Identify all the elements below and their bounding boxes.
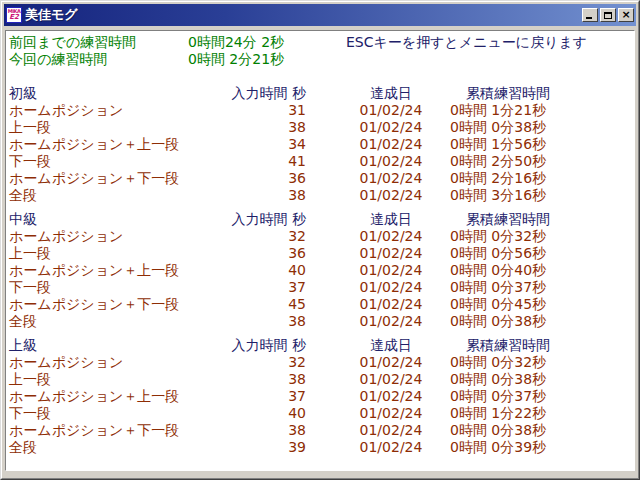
input-seconds-value: 37 bbox=[221, 279, 306, 295]
lesson-label: 全段 bbox=[9, 439, 37, 457]
app-window: MIKA E2 美佳モグ × 前回までの練習時間 0時間24分 2秒 ESCキー… bbox=[0, 0, 640, 480]
lesson-label: ホームポジション＋上一段 bbox=[9, 262, 179, 280]
maximize-button[interactable] bbox=[600, 8, 616, 22]
achieved-date-value: 01/02/24 bbox=[355, 153, 427, 169]
input-seconds-value: 32 bbox=[221, 354, 306, 370]
table-row: 上一段3601/02/240時間 0分56秒 bbox=[6, 245, 634, 262]
achieved-date-value: 01/02/24 bbox=[355, 245, 427, 261]
section-header-row: 上級入力時間 秒達成日累積練習時間 bbox=[6, 337, 634, 354]
skill-section: 上級入力時間 秒達成日累積練習時間ホームポジション3201/02/240時間 0… bbox=[6, 337, 634, 456]
input-seconds-value: 41 bbox=[221, 153, 306, 169]
input-seconds-value: 40 bbox=[221, 405, 306, 421]
input-seconds-value: 36 bbox=[221, 170, 306, 186]
lesson-label: ホームポジション bbox=[9, 102, 123, 120]
col-header-input-time: 入力時間 秒 bbox=[221, 337, 306, 355]
section-header-row: 中級入力時間 秒達成日累積練習時間 bbox=[6, 211, 634, 228]
table-row: 下一段4101/02/240時間 2分50秒 bbox=[6, 153, 634, 170]
achieved-date-value: 01/02/24 bbox=[355, 296, 427, 312]
lesson-label: 上一段 bbox=[9, 371, 51, 389]
title-bar[interactable]: MIKA E2 美佳モグ × bbox=[4, 4, 636, 26]
input-seconds-value: 32 bbox=[221, 228, 306, 244]
close-button[interactable]: × bbox=[618, 8, 634, 22]
lesson-label: 上一段 bbox=[9, 119, 51, 137]
col-header-cumulative: 累積練習時間 bbox=[466, 211, 550, 229]
input-seconds-value: 31 bbox=[221, 102, 306, 118]
table-row: ホームポジション3201/02/240時間 0分32秒 bbox=[6, 354, 634, 371]
summary-previous-line: 前回までの練習時間 0時間24分 2秒 ESCキーを押すとメニューに戻ります bbox=[6, 34, 634, 51]
achieved-date-value: 01/02/24 bbox=[355, 354, 427, 370]
skill-section: 初級入力時間 秒達成日累積練習時間ホームポジション3101/02/240時間 1… bbox=[6, 85, 634, 204]
table-row: ホームポジション＋上一段4001/02/240時間 0分40秒 bbox=[6, 262, 634, 279]
esc-hint: ESCキーを押すとメニューに戻ります bbox=[346, 34, 587, 52]
section-header-row: 初級入力時間 秒達成日累積練習時間 bbox=[6, 85, 634, 102]
summary-current-line: 今回の練習時間 0時間 2分21秒 bbox=[6, 51, 634, 68]
input-seconds-value: 38 bbox=[221, 422, 306, 438]
table-row: ホームポジション＋上一段3701/02/240時間 0分37秒 bbox=[6, 388, 634, 405]
cumulative-time-value: 0時間 0分32秒 bbox=[450, 354, 546, 372]
achieved-date-value: 01/02/24 bbox=[355, 170, 427, 186]
input-seconds-value: 38 bbox=[221, 371, 306, 387]
close-icon: × bbox=[621, 10, 630, 20]
cumulative-time-value: 0時間 1分21秒 bbox=[450, 102, 546, 120]
lesson-label: ホームポジション bbox=[9, 228, 123, 246]
achieved-date-value: 01/02/24 bbox=[355, 228, 427, 244]
achieved-date-value: 01/02/24 bbox=[355, 422, 427, 438]
cumulative-time-value: 0時間 1分56秒 bbox=[450, 136, 546, 154]
current-practice-label: 今回の練習時間 bbox=[9, 51, 107, 69]
cumulative-time-value: 0時間 0分45秒 bbox=[450, 296, 546, 314]
input-seconds-value: 37 bbox=[221, 388, 306, 404]
achieved-date-value: 01/02/24 bbox=[355, 119, 427, 135]
section-level-label: 中級 bbox=[9, 211, 37, 229]
report-table: 初級入力時間 秒達成日累積練習時間ホームポジション3101/02/240時間 1… bbox=[6, 85, 634, 456]
current-practice-value: 0時間 2分21秒 bbox=[188, 51, 284, 69]
achieved-date-value: 01/02/24 bbox=[355, 313, 427, 329]
section-level-label: 初級 bbox=[9, 85, 37, 103]
lesson-label: 全段 bbox=[9, 313, 37, 331]
achieved-date-value: 01/02/24 bbox=[355, 102, 427, 118]
cumulative-time-value: 0時間 2分50秒 bbox=[450, 153, 546, 171]
cumulative-time-value: 0時間 2分16秒 bbox=[450, 170, 546, 188]
col-header-cumulative: 累積練習時間 bbox=[466, 85, 550, 103]
table-row: 全段3801/02/240時間 0分38秒 bbox=[6, 313, 634, 330]
achieved-date-value: 01/02/24 bbox=[355, 405, 427, 421]
cumulative-time-value: 0時間 0分38秒 bbox=[450, 119, 546, 137]
table-row: ホームポジション＋下一段4501/02/240時間 0分45秒 bbox=[6, 296, 634, 313]
table-row: 全段3801/02/240時間 3分16秒 bbox=[6, 187, 634, 204]
achieved-date-value: 01/02/24 bbox=[355, 187, 427, 203]
achieved-date-value: 01/02/24 bbox=[355, 439, 427, 455]
input-seconds-value: 45 bbox=[221, 296, 306, 312]
table-row: 上一段3801/02/240時間 0分38秒 bbox=[6, 119, 634, 136]
achieved-date-value: 01/02/24 bbox=[355, 262, 427, 278]
cumulative-time-value: 0時間 1分22秒 bbox=[450, 405, 546, 423]
table-row: 全段3901/02/240時間 0分39秒 bbox=[6, 439, 634, 456]
achieved-date-value: 01/02/24 bbox=[355, 371, 427, 387]
table-row: 上一段3801/02/240時間 0分38秒 bbox=[6, 371, 634, 388]
input-seconds-value: 38 bbox=[221, 119, 306, 135]
input-seconds-value: 39 bbox=[221, 439, 306, 455]
lesson-label: ホームポジション＋上一段 bbox=[9, 388, 179, 406]
cumulative-time-value: 0時間 0分37秒 bbox=[450, 388, 546, 406]
lesson-label: ホームポジション＋下一段 bbox=[9, 170, 179, 188]
cumulative-time-value: 0時間 0分38秒 bbox=[450, 371, 546, 389]
lesson-label: 下一段 bbox=[9, 279, 51, 297]
table-row: ホームポジション＋下一段3801/02/240時間 0分38秒 bbox=[6, 422, 634, 439]
cumulative-time-value: 0時間 0分39秒 bbox=[450, 439, 546, 457]
col-header-input-time: 入力時間 秒 bbox=[221, 85, 306, 103]
table-row: 下一段4001/02/240時間 1分22秒 bbox=[6, 405, 634, 422]
cumulative-time-value: 0時間 0分40秒 bbox=[450, 262, 546, 280]
input-seconds-value: 40 bbox=[221, 262, 306, 278]
minimize-icon bbox=[586, 17, 592, 19]
previous-practice-label: 前回までの練習時間 bbox=[9, 34, 136, 52]
input-seconds-value: 38 bbox=[221, 187, 306, 203]
app-icon-text-e2: E2 bbox=[9, 14, 19, 21]
col-header-cumulative: 累積練習時間 bbox=[466, 337, 550, 355]
achieved-date-value: 01/02/24 bbox=[355, 388, 427, 404]
input-seconds-value: 34 bbox=[221, 136, 306, 152]
input-seconds-value: 36 bbox=[221, 245, 306, 261]
client-area: 前回までの練習時間 0時間24分 2秒 ESCキーを押すとメニューに戻ります 今… bbox=[5, 30, 635, 471]
skill-section: 中級入力時間 秒達成日累積練習時間ホームポジション3201/02/240時間 0… bbox=[6, 211, 634, 330]
minimize-button[interactable] bbox=[582, 8, 598, 22]
table-row: ホームポジション＋下一段3601/02/240時間 2分16秒 bbox=[6, 170, 634, 187]
table-row: 下一段3701/02/240時間 0分37秒 bbox=[6, 279, 634, 296]
lesson-label: 上一段 bbox=[9, 245, 51, 263]
